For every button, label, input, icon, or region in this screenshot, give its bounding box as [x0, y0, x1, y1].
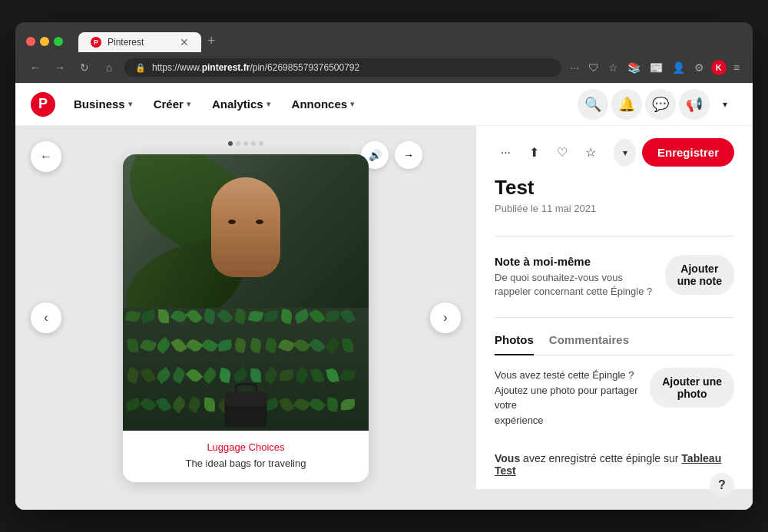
note-desc: De quoi souhaitez-vous vous rappeler con…: [495, 271, 656, 299]
tab-photos[interactable]: Photos: [495, 333, 534, 355]
minimize-button[interactable]: [40, 37, 49, 46]
k-badge: K: [711, 60, 727, 75]
right-panel-wrapper: ··· ⬆ ♡ ☆ ▾ Enregistrer Test Publiée le …: [476, 126, 753, 510]
profile-icon[interactable]: 👤: [670, 59, 687, 76]
like-button[interactable]: ♡: [551, 139, 574, 167]
bag-body: [225, 392, 267, 427]
tab-commentaires[interactable]: Commentaires: [549, 333, 629, 355]
business-chevron: ▾: [128, 100, 132, 108]
nav-business[interactable]: Business ▾: [65, 91, 141, 117]
right-panel: ··· ⬆ ♡ ☆ ▾ Enregistrer Test Publiée le …: [476, 126, 753, 489]
tabs-row: Photos Commentaires: [495, 333, 734, 355]
card-title[interactable]: Luggage Choices: [135, 441, 356, 453]
menu-icon[interactable]: ≡: [731, 59, 742, 76]
nav-creer[interactable]: Créer ▾: [144, 91, 200, 117]
reader-icon[interactable]: 📰: [647, 59, 665, 76]
card-footer: Luggage Choices The ideal bags for trave…: [123, 431, 369, 482]
annonces-chevron: ▾: [350, 100, 354, 108]
browser-window: P Pinterest ✕ + ← → ↻ ⌂ 🔒 https://www.pi…: [15, 22, 753, 510]
news-button[interactable]: 📢: [679, 89, 710, 120]
slideshow-dots: [228, 141, 263, 146]
image-viewer: ← 🔊 → ‹: [15, 126, 476, 510]
toolbar-actions: ··· 🛡 ☆ 📚 📰 👤 ⚙ K ≡: [568, 59, 742, 76]
close-button[interactable]: [26, 37, 35, 46]
settings-icon[interactable]: ⚙: [692, 59, 707, 76]
add-note-button[interactable]: Ajouter une note: [665, 255, 734, 295]
pin-image-top: [123, 154, 369, 308]
photos-section: Vous avez testé cette Épingle ? Ajoutez …: [495, 355, 734, 440]
saved-info: Vous avez enregistré cette épingle sur T…: [495, 440, 734, 477]
divider-2: [495, 317, 734, 318]
back-to-feed-button[interactable]: ←: [31, 141, 61, 172]
bag-handle: [234, 383, 257, 392]
pinterest-nav: P Business ▾ Créer ▾ Analytics ▾ Annonce…: [15, 83, 753, 126]
analytics-chevron: ▾: [266, 100, 270, 108]
note-section: Note à moi-même De quoi souhaitez-vous v…: [495, 246, 734, 308]
library-icon[interactable]: 📚: [625, 59, 643, 76]
new-tab-button[interactable]: +: [201, 30, 222, 52]
card-subtitle: The ideal bags for traveling: [186, 458, 306, 469]
bag-flap: [225, 392, 267, 406]
search-button[interactable]: 🔍: [578, 89, 608, 120]
tab-close-button[interactable]: ✕: [180, 37, 189, 48]
back-button[interactable]: ←: [26, 58, 45, 77]
face-area: [211, 177, 280, 277]
enregistrer-button[interactable]: Enregistrer: [642, 138, 734, 167]
pinterest-logo[interactable]: P: [31, 92, 55, 117]
pin-title: Test: [495, 176, 734, 200]
panel-actions: ··· ⬆ ♡ ☆ ▾ Enregistrer: [495, 138, 734, 167]
add-photo-button[interactable]: Ajouter une photo: [650, 368, 734, 408]
share-button[interactable]: ⬆: [523, 139, 545, 167]
help-button[interactable]: ?: [710, 473, 734, 497]
tab-bar: P Pinterest ✕ +: [78, 30, 742, 52]
note-title: Note à moi-même: [495, 255, 656, 268]
bag-figure: [225, 383, 267, 427]
main-content: ← 🔊 → ‹: [15, 126, 753, 510]
tab-favicon: P: [91, 37, 101, 48]
dot-2[interactable]: [236, 141, 240, 146]
divider-1: [495, 236, 734, 236]
eye-right: [256, 220, 263, 224]
window-controls: [26, 37, 63, 46]
pinterest-page: P Business ▾ Créer ▾ Analytics ▾ Annonce…: [15, 83, 753, 510]
nav-analytics[interactable]: Analytics ▾: [203, 91, 280, 117]
dot-1[interactable]: [228, 141, 233, 146]
note-content: Note à moi-même De quoi souhaitez-vous v…: [495, 255, 656, 299]
messages-button[interactable]: 💬: [645, 89, 676, 120]
photos-description: Vous avez testé cette Épingle ? Ajoutez …: [495, 368, 641, 428]
board-dropdown-button[interactable]: ▾: [614, 139, 636, 167]
pin-date: Publiée le 11 mai 2021: [495, 203, 734, 214]
eye-left: [228, 220, 236, 224]
maximize-button[interactable]: [54, 37, 63, 46]
nav-annonces[interactable]: Annonces ▾: [283, 91, 364, 117]
forward-button[interactable]: →: [51, 58, 69, 77]
tab-title: Pinterest: [108, 37, 144, 48]
dot-5[interactable]: [259, 141, 263, 146]
active-tab[interactable]: P Pinterest ✕: [78, 32, 201, 52]
next-slide-button[interactable]: ›: [430, 302, 461, 333]
pin-image-bottom: [123, 308, 369, 431]
lock-icon: 🔒: [135, 63, 146, 73]
refresh-button[interactable]: ↻: [75, 58, 94, 77]
extensions-icon[interactable]: ···: [568, 59, 581, 76]
save-to-board-button[interactable]: ☆: [579, 139, 601, 167]
browser-titlebar: P Pinterest ✕ +: [15, 22, 753, 52]
bookmark-icon[interactable]: ☆: [606, 59, 621, 76]
browser-toolbar: ← → ↻ ⌂ 🔒 https://www.pinterest.fr/pin/6…: [15, 52, 753, 83]
shield-icon[interactable]: 🛡: [586, 59, 601, 76]
dot-3[interactable]: [243, 141, 248, 146]
expand-button[interactable]: →: [395, 141, 422, 169]
creer-chevron: ▾: [187, 100, 190, 108]
address-bar[interactable]: 🔒 https://www.pinterest.fr/pin/626985579…: [124, 58, 561, 77]
more-options-button[interactable]: ···: [495, 139, 517, 167]
nav-more-button[interactable]: ▾: [713, 92, 737, 117]
notifications-button[interactable]: 🔔: [611, 89, 642, 120]
prev-slide-button[interactable]: ‹: [31, 302, 61, 333]
dot-4[interactable]: [251, 141, 256, 146]
top-controls: 🔊 →: [361, 141, 422, 169]
home-button[interactable]: ⌂: [100, 58, 118, 77]
pin-image-card: Luggage Choices The ideal bags for trave…: [123, 154, 369, 482]
url-display: https://www.pinterest.fr/pin/62698557937…: [152, 62, 359, 73]
